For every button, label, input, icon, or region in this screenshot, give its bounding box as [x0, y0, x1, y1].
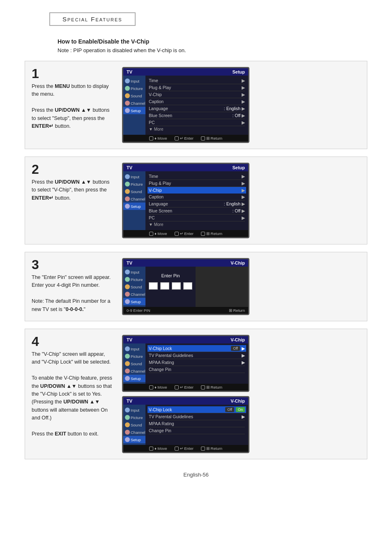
- nav-picture-2: Picture: [123, 180, 145, 188]
- tv-brand-4a: TV: [127, 337, 132, 342]
- vchip-pin-4b: Change Pin: [149, 427, 245, 434]
- nav-channel-4a: Channel: [123, 367, 145, 375]
- section-note: Note : PIP operation is disabled when th…: [58, 47, 367, 53]
- tv-nav-1: Input Picture Sound Channel Setup: [123, 76, 145, 135]
- tv-screen-title-4a: V-Chip: [231, 337, 245, 342]
- off-badge-4a: Off: [231, 346, 240, 351]
- nav-setup-4a: Setup: [123, 375, 145, 382]
- step-4-block: 4 The "V-Chip" screen will appear, and "…: [25, 329, 367, 459]
- pin-boxes: [149, 282, 192, 290]
- step-1-block: 1 Press the MENU button to display the m…: [25, 61, 367, 149]
- pin-box-3: [172, 282, 181, 290]
- nav-input-2: Input: [123, 173, 145, 180]
- tv-screen-4a: TV V-Chip Input Picture Sound Channel Se…: [122, 335, 249, 392]
- tv-screen-title-1: Setup: [232, 69, 245, 74]
- nav-input-1: Input: [123, 77, 145, 85]
- step-3-block: 3 The "Enter Pin" screen will appear. En…: [25, 252, 367, 321]
- tv-screen-4b: TV V-Chip Input Picture Sound Channel Se…: [122, 396, 249, 453]
- tv-screen-title-3: V-Chip: [231, 260, 245, 265]
- step-3-text: The "Enter Pin" screen will appear. Ente…: [32, 274, 114, 313]
- step-1-number: 1: [32, 67, 114, 80]
- step-4-right: TV V-Chip Input Picture Sound Channel Se…: [122, 335, 360, 453]
- return-icon-4a: [201, 385, 205, 389]
- step-4-number: 4: [32, 335, 114, 348]
- return-icon-4b: [201, 447, 205, 451]
- menu-caption-1: Caption▶: [149, 98, 245, 105]
- menu-caption-2: Caption▶: [149, 194, 245, 200]
- pin-footer-right: ⊞ Return: [229, 308, 245, 313]
- tv-header-4b: TV V-Chip: [123, 397, 248, 405]
- nav-sound-3: Sound: [123, 283, 145, 290]
- step-4-screens: TV V-Chip Input Picture Sound Channel Se…: [122, 335, 249, 453]
- tv-screen-3: TV V-Chip Input Picture Sound Channel Se…: [122, 258, 249, 315]
- nav-channel-4b: Channel: [123, 429, 145, 436]
- tv-sidebar-4a: Input Picture Sound Channel Setup V-Chip…: [123, 343, 248, 384]
- vchip-tpg-4b: TV Parental Guidelines▶: [149, 413, 245, 420]
- tv-header-4a: TV V-Chip: [123, 336, 248, 343]
- nav-setup-3: Setup: [123, 298, 145, 305]
- tv-content-1: Time▶ Plug & Play▶ V-Chip▶ Caption▶ Lang…: [145, 76, 248, 135]
- vchip-mpaa-4b: MPAA Rating: [149, 420, 245, 427]
- pin-label: Enter Pin: [149, 273, 192, 278]
- section-title: How to Enable/Disable the V-Chip: [58, 38, 367, 45]
- step-3-right: TV V-Chip Input Picture Sound Channel Se…: [122, 258, 360, 315]
- nav-channel-3: Channel: [123, 290, 145, 298]
- tv-screen-title-2: Setup: [232, 165, 245, 170]
- tv-nav-4a: Input Picture Sound Channel Setup: [123, 343, 145, 384]
- vchip-mpaa-4a: MPAA Rating▶: [149, 359, 245, 366]
- tv-pin-footer: 0-9 Enter PIN ⊞ Return: [123, 307, 248, 314]
- tv-header-2: TV Setup: [123, 164, 248, 171]
- step-4-text: The "V-Chip" screen will appear, and "V-…: [32, 350, 114, 438]
- tv-content-2: Time▶ Plug & Play▶ V-Chip▶ Caption▶ Lang…: [145, 171, 248, 230]
- tv-pin-area: Enter Pin: [145, 267, 196, 307]
- vchip-lock-4a: V-Chip Lock Off▶: [148, 345, 246, 352]
- nav-picture-3: Picture: [123, 276, 145, 283]
- return-icon-2: [201, 232, 205, 236]
- tv-footer-2: ♦ Move ↵ Enter ⊞ Return: [123, 230, 248, 237]
- tv-header-1: TV Setup: [123, 68, 248, 76]
- menu-language-2: Language: English ▶: [149, 200, 245, 207]
- tv-footer-1: ♦ Move ↵ Enter ⊞ Return: [123, 135, 248, 142]
- nav-picture-4a: Picture: [123, 352, 145, 360]
- tv-screen-1: TV Setup Input Picture Sound Channel Set…: [122, 67, 249, 143]
- tv-brand-1: TV: [127, 69, 132, 74]
- page-footer: English-56: [25, 472, 367, 478]
- nav-picture-1: Picture: [123, 85, 145, 92]
- enter-icon-4a: [175, 385, 179, 389]
- tv-nav-2: Input Picture Sound Channel Setup: [123, 171, 145, 230]
- tv-screen-title-4b: V-Chip: [231, 399, 245, 403]
- move-icon-4a: [149, 385, 153, 389]
- return-icon-1: [201, 136, 205, 141]
- enter-icon-1: [175, 136, 179, 141]
- nav-channel-1: Channel: [123, 99, 145, 107]
- nav-setup-1: Setup: [123, 107, 145, 114]
- pin-box-1: [149, 282, 158, 290]
- pin-box-4: [183, 282, 192, 290]
- step-2-right: TV Setup Input Picture Sound Channel Set…: [122, 163, 360, 238]
- menu-time-2: Time▶: [149, 173, 245, 180]
- nav-input-4b: Input: [123, 406, 145, 414]
- move-icon-4b: [149, 447, 153, 451]
- menu-plug-2: Plug & Play▶: [149, 180, 245, 187]
- nav-setup-4b: Setup: [123, 436, 145, 443]
- menu-bluescreen-2: Blue Screen: Off ▶: [149, 207, 245, 214]
- tv-header-3: TV V-Chip: [123, 259, 248, 267]
- tv-brand-2: TV: [127, 165, 132, 170]
- off-label-4b: Off: [225, 407, 234, 412]
- tv-brand-3: TV: [127, 260, 132, 265]
- page-number: English-56: [183, 472, 208, 478]
- nav-picture-4b: Picture: [123, 414, 145, 421]
- vchip-lock-4b: V-Chip Lock OffOn: [148, 406, 246, 413]
- step-2-number: 2: [32, 163, 114, 176]
- menu-vchip-1: V-Chip▶: [149, 91, 245, 98]
- step-3-left: 3 The "Enter Pin" screen will appear. En…: [32, 258, 114, 313]
- step-2-left: 2 Press the UP/DOWN ▲▼ buttons to select…: [32, 163, 114, 202]
- step-1-text: Press the MENU button to display the men…: [32, 83, 114, 130]
- step-3-number: 3: [32, 258, 114, 271]
- tv-sidebar-4b: Input Picture Sound Channel Setup V-Chip…: [123, 405, 248, 445]
- nav-setup-2: Setup: [123, 203, 145, 210]
- tv-brand-4b: TV: [127, 399, 132, 403]
- nav-sound-4a: Sound: [123, 360, 145, 367]
- pin-footer-left: 0-9 Enter PIN: [127, 308, 150, 313]
- nav-sound-4b: Sound: [123, 421, 145, 429]
